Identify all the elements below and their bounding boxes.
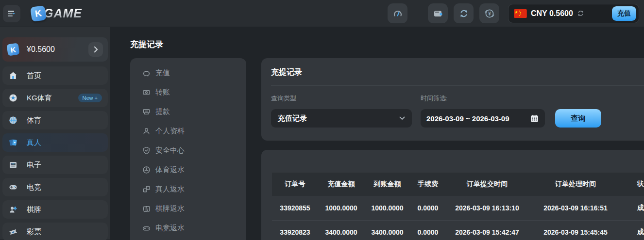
sidebar-item-kg-sports[interactable]: KG体育 New + [2, 89, 108, 107]
submenu-item-live-rebate[interactable]: 真人返水 [142, 179, 246, 199]
table-cell: 33920855 [272, 196, 318, 220]
sidebar: K ¥0.5600 首页 [0, 27, 110, 240]
kgame-logo[interactable]: K GAME [31, 6, 82, 21]
table-column-header: 订单号 [272, 173, 318, 196]
sidebar-item-chess-cards[interactable]: 棋牌 [2, 200, 108, 219]
date-range-value: 2026-03-09 ~ 2026-03-09 [426, 114, 509, 123]
table-column-header: 手续费 [410, 173, 445, 196]
esports-rebate-icon [142, 224, 151, 232]
records-table: 订单号充值金额到账金额手续费订单提交时间订单处理时间状态339208551000… [272, 173, 644, 240]
calendar-icon[interactable] [530, 114, 539, 123]
submenu-label: 安全中心 [155, 146, 185, 155]
chess-cards-icon [8, 205, 18, 214]
currency-refresh-icon[interactable] [576, 9, 585, 17]
sidebar-item-label: 彩票 [27, 227, 41, 237]
submenu-item-profile[interactable]: 个人资料 [142, 121, 246, 141]
account-submenu: 充值 转账 [130, 58, 246, 240]
sidebar-item-lottery[interactable]: 彩票 [2, 223, 108, 240]
table-row: 339208233400.00003400.00000.00002026-03-… [272, 220, 644, 240]
table-cell: 0.0000 [410, 220, 445, 240]
esports-icon [8, 182, 18, 192]
table-cell: 33920823 [272, 220, 318, 240]
chess-rebate-icon [142, 205, 151, 213]
network-speed-icon [392, 8, 403, 19]
table-column-header: 订单处理时间 [529, 173, 622, 196]
sidebar-item-slots[interactable]: 777 电子 [2, 156, 108, 174]
withdraw-icon [142, 108, 151, 116]
submenu-item-esports-rebate[interactable]: 电竞返水 [142, 218, 246, 238]
table-header-row: 订单号充值金额到账金额手续费订单提交时间订单处理时间状态 [272, 173, 644, 196]
refresh-balance-button[interactable] [454, 3, 474, 23]
submenu-label: 电竞返水 [155, 224, 185, 233]
sports-icon [8, 115, 18, 125]
table-cell: 2026-03-09 16:16:51 [529, 196, 622, 220]
submenu-label: 提款 [155, 107, 170, 116]
sidebar-item-label: 真人 [27, 138, 41, 147]
balance-card[interactable]: K ¥0.5600 [2, 37, 108, 62]
sidebar-item-label: 电子 [27, 160, 41, 170]
table-cell: 2026-03-09 16:13:10 [445, 196, 529, 220]
main-content: 充提记录 充值 [110, 27, 644, 240]
sidebar-item-home[interactable]: 首页 [2, 66, 108, 85]
table-row: 339208551000.00001000.00000.00002026-03-… [272, 196, 644, 220]
table-column-header: 状态 [622, 173, 644, 196]
table-column-header: 订单提交时间 [445, 173, 529, 196]
svg-text:★: ★ [514, 10, 518, 15]
profile-icon [142, 127, 151, 135]
status-cell: 成功 [622, 196, 644, 220]
records-filter-panel: 充提记录 查询类型 时间筛选: 充值记录 [261, 58, 644, 141]
currency-selector[interactable]: ★ ★ ★ ★ ★ CNY 0.5600 充值 [508, 4, 639, 23]
svg-text:♥: ♥ [14, 141, 16, 144]
kg-sports-icon [8, 93, 18, 103]
table-cell: 1000.0000 [364, 196, 410, 220]
table-cell: 3400.0000 [364, 220, 410, 240]
new-badge: New + [78, 94, 102, 102]
live-casino-icon: ♥ [8, 138, 18, 147]
logo-k-icon: K [30, 5, 47, 22]
deposit-button[interactable]: 充值 [612, 6, 636, 21]
menu-toggle-button[interactable] [3, 5, 20, 22]
status-cell: 成功 [622, 220, 644, 240]
table-cell: 2026-03-09 15:42:47 [445, 220, 529, 240]
wallet-button[interactable] [428, 3, 448, 23]
sidebar-item-label: 棋牌 [27, 205, 41, 214]
submenu-label: 体育返水 [155, 165, 185, 175]
query-type-select[interactable]: 充值记录 [271, 109, 412, 128]
sidebar-item-label: 电竞 [27, 183, 41, 192]
submenu-item-chess-rebate[interactable]: 棋牌返水 [142, 199, 246, 218]
currency-value: CNY 0.5600 [531, 9, 573, 18]
table-cell: 1000.0000 [318, 196, 364, 220]
network-speed-button[interactable] [388, 3, 407, 23]
table-cell: 2026-03-09 15:45:45 [529, 220, 622, 240]
submenu-item-security[interactable]: 安全中心 [142, 141, 246, 160]
submenu-label: 转账 [155, 88, 170, 97]
live-rebate-icon [142, 185, 151, 193]
submenu-item-sports-rebate[interactable]: 体育返水 [142, 160, 246, 179]
security-icon [142, 146, 151, 155]
home-icon [8, 71, 18, 80]
submenu-item-withdraw[interactable]: 提款 [142, 102, 246, 121]
submenu-label: 充值 [155, 68, 170, 78]
sidebar-item-live-casino[interactable]: ♥ 真人 [2, 133, 108, 152]
records-table-panel: 订单号充值金额到账金额手续费订单提交时间订单处理时间状态339208551000… [261, 150, 644, 240]
sidebar-item-sports[interactable]: 体育 [2, 111, 108, 129]
panel-divider [271, 85, 644, 86]
search-button[interactable]: 查询 [555, 109, 601, 128]
lottery-icon [8, 227, 18, 237]
submenu-item-deposit[interactable]: 充值 [142, 63, 246, 82]
time-filter-label: 时间筛选: [421, 94, 448, 103]
sports-rebate-icon [142, 166, 151, 174]
balance-expand-button[interactable] [88, 42, 103, 57]
refresh-icon [458, 8, 469, 19]
date-range-input[interactable]: 2026-03-09 ~ 2026-03-09 [421, 109, 545, 128]
logo-text: GAME [44, 6, 82, 20]
chevron-right-icon [94, 46, 98, 53]
table-cell: 3400.0000 [318, 220, 364, 240]
sidebar-item-esports[interactable]: 电竞 [2, 178, 108, 196]
cn-flag-icon: ★ ★ ★ ★ ★ [514, 9, 527, 18]
submenu-item-transfer[interactable]: 转账 [142, 82, 246, 102]
topbar: K GAME [0, 0, 644, 27]
query-type-value: 充值记录 [278, 114, 307, 123]
currency-exchange-icon: ¥ [484, 8, 495, 19]
currency-exchange-button[interactable]: ¥ [479, 3, 499, 23]
